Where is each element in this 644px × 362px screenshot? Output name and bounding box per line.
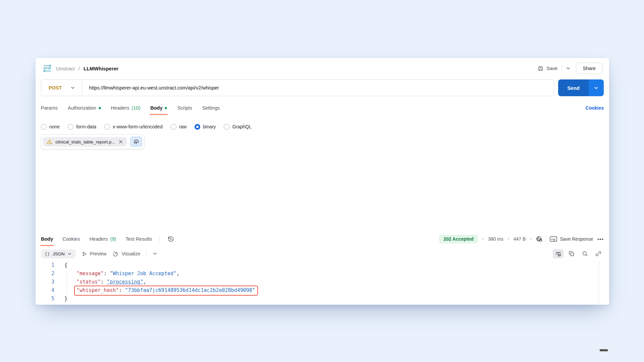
request-tabs: Params Authorization Headers (10) Body S… — [41, 101, 604, 115]
response-tab-cookies[interactable]: Cookies — [62, 232, 80, 246]
example-icon: e.g. — [550, 236, 557, 242]
tab-scripts[interactable]: Scripts — [177, 101, 192, 115]
line-number: 3 — [36, 278, 54, 286]
minimap-divider — [599, 261, 599, 305]
method-selector[interactable]: POST — [41, 85, 82, 90]
tab-body[interactable]: Body — [150, 101, 167, 115]
body-type-selector: none form-data x-www-form-urlencoded raw… — [41, 122, 604, 131]
tab-params[interactable]: Params — [41, 101, 58, 115]
visualize-magic-icon — [112, 251, 119, 257]
response-status-group: 202 Accepted 380 ms 447 B e.g. — [439, 235, 604, 243]
radio-icon — [171, 124, 176, 130]
tab-settings[interactable]: Settings — [202, 101, 220, 115]
remove-file-icon[interactable] — [118, 139, 123, 144]
http-method-icon: HTTP — [42, 65, 52, 72]
indent-guide — [67, 270, 67, 294]
format-chevron-icon — [67, 252, 72, 256]
response-size[interactable]: 447 B — [514, 236, 526, 242]
send-options-button[interactable] — [589, 79, 604, 96]
copy-button[interactable] — [566, 249, 577, 258]
response-format-selector[interactable]: {} JSON — [41, 249, 75, 258]
response-tab-body[interactable]: Body — [41, 232, 53, 246]
braces-icon: {} — [45, 251, 50, 256]
body-status-dot — [165, 107, 167, 109]
response-tabs: Body Cookies Headers (9) Test Results 20… — [41, 232, 604, 246]
headers-count: (10) — [131, 105, 140, 111]
file-name: clinical_trials_table_report.p... — [55, 139, 115, 144]
send-button-group: Send — [558, 79, 604, 96]
processing-link-text[interactable]: "processing" — [107, 279, 143, 285]
copy-icon — [569, 251, 575, 257]
code-line-4: 4 "whisper_hash": "73bbfaa7|c691489536d1… — [36, 286, 609, 295]
network-security-icon[interactable] — [536, 236, 543, 243]
body-type-form-data[interactable]: form-data — [68, 124, 96, 130]
response-toolbar: {} JSON Preview Visualize — [41, 248, 604, 260]
dot-separator — [530, 238, 531, 240]
dot-separator — [482, 238, 484, 240]
response-headers-count: (9) — [110, 236, 116, 242]
radio-icon-selected — [195, 124, 200, 130]
body-type-raw[interactable]: raw — [171, 124, 187, 130]
url-input[interactable]: https://llmwhisperer-api.eu-west.unstrac… — [82, 85, 554, 90]
response-time[interactable]: 380 ms — [488, 236, 503, 242]
breadcrumb-workspace[interactable]: Unstract — [56, 66, 75, 71]
response-tab-headers[interactable]: Headers (9) — [90, 232, 116, 246]
response-tab-test-results[interactable]: Test Results — [125, 232, 152, 246]
divider — [146, 250, 147, 257]
save-icon — [537, 65, 544, 72]
response-history-button[interactable] — [167, 236, 174, 243]
send-button[interactable]: Send — [558, 79, 589, 96]
preview-button[interactable]: Preview — [82, 251, 107, 257]
save-label: Save — [546, 66, 557, 71]
body-type-x-www-form-urlencoded[interactable]: x-www-form-urlencoded — [104, 124, 163, 130]
share-button[interactable]: Share — [576, 63, 602, 74]
tab-headers[interactable]: Headers (10) — [111, 101, 141, 115]
radio-icon — [41, 124, 47, 130]
wrap-text-button[interactable] — [553, 249, 564, 258]
line-number: 1 — [36, 261, 54, 269]
status-badge[interactable]: 202 Accepted — [439, 235, 478, 243]
response-more-menu[interactable]: ••• — [597, 236, 604, 242]
scrollbar-thumb[interactable] — [600, 349, 608, 351]
body-type-binary[interactable]: binary — [195, 124, 216, 130]
header-bar: HTTP Unstract / LLMWhisperer Save — [42, 61, 602, 75]
response-body-viewer: 1 { 2 "message": "Whisper Job Accepted",… — [36, 261, 609, 305]
save-response-button[interactable]: e.g. Save Response — [550, 236, 593, 242]
search-icon — [582, 251, 588, 257]
whisper-hash-annotation-box: "whisper_hash": "73bbfaa7|c691489536d14d… — [74, 286, 258, 296]
link-button[interactable] — [593, 249, 604, 258]
radio-icon — [224, 124, 229, 130]
history-clock-icon — [167, 236, 174, 243]
body-type-graphql[interactable]: GraphQL — [224, 124, 252, 130]
line-number: 4 — [36, 286, 54, 295]
file-attachment-container: clinical_trials_table_report.p... — [41, 134, 145, 149]
save-button[interactable]: Save — [537, 65, 557, 72]
play-icon — [82, 251, 87, 257]
authorization-status-dot — [99, 107, 101, 109]
divider — [561, 65, 562, 72]
svg-text:e.g.: e.g. — [551, 238, 556, 241]
link-icon — [595, 251, 601, 257]
code-line-2: 2 "message": "Whisper Job Accepted", — [36, 269, 609, 278]
divider — [159, 236, 160, 242]
warning-icon — [47, 139, 52, 144]
send-chevron-icon — [594, 85, 599, 90]
tab-authorization[interactable]: Authorization — [68, 101, 101, 115]
code-line-5: 5 } — [36, 295, 609, 303]
line-number: 5 — [36, 295, 54, 303]
radio-icon — [104, 124, 110, 130]
method-chevron-icon — [70, 85, 75, 90]
file-chip[interactable]: clinical_trials_table_report.p... — [43, 137, 127, 146]
reupload-file-button[interactable] — [130, 136, 143, 147]
url-box: POST https://llmwhisperer-api.eu-west.un… — [41, 79, 554, 96]
line-number: 2 — [36, 269, 54, 278]
breadcrumb-request-name[interactable]: LLMWhisperer — [84, 66, 118, 71]
request-window: HTTP Unstract / LLMWhisperer Save — [36, 58, 609, 305]
body-type-none[interactable]: none — [41, 124, 60, 130]
visualize-button[interactable]: Visualize — [112, 251, 140, 257]
cookies-link[interactable]: Cookies — [586, 105, 604, 111]
toolbar-more-chevron[interactable] — [153, 251, 157, 256]
search-button[interactable] — [580, 249, 590, 258]
save-options-chevron[interactable] — [566, 66, 571, 71]
dot-separator — [508, 238, 509, 240]
